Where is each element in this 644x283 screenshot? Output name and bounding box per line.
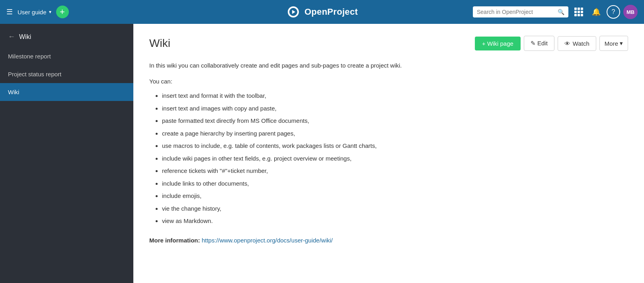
list-item: include emojis, (162, 190, 628, 202)
search-input[interactable] (477, 9, 554, 15)
navbar-right: 🔍 🔔 ? MB (473, 5, 638, 19)
help-button[interactable]: ? (607, 5, 620, 19)
navbar-left: ☰ User guide ▾ + (6, 6, 69, 18)
bell-icon: 🔔 (592, 8, 601, 16)
sidebar-item-wiki[interactable]: Wiki (0, 83, 133, 101)
more-info-label: More information: (149, 237, 200, 244)
list-item: create a page hierarchy by inserting par… (162, 127, 628, 140)
hamburger-icon[interactable]: ☰ (6, 8, 13, 16)
more-button[interactable]: More ▾ (599, 36, 628, 51)
list-item: reference tickets with "#"+ticket number… (162, 165, 628, 177)
list-item: view as Markdown. (162, 215, 628, 227)
add-button[interactable]: + (56, 6, 69, 18)
layout: ← Wiki Milestone report Project status r… (0, 24, 644, 283)
eye-icon: 👁 (564, 40, 570, 47)
main-content: Wiki + Wiki page ✎ Edit 👁 Watch More ▾ I… (133, 24, 644, 283)
search-box[interactable]: 🔍 (473, 6, 568, 17)
sidebar-header: ← Wiki (0, 29, 133, 47)
list-item: paste formatted text directly from MS Of… (162, 114, 628, 127)
wiki-you-can-label: You can: (149, 76, 628, 87)
more-info-link[interactable]: https://www.openproject.org/docs/user-gu… (202, 237, 333, 244)
more-chevron-icon: ▾ (620, 40, 623, 47)
grid-icon (574, 8, 583, 16)
list-item: include wiki pages in other text fields,… (162, 152, 628, 165)
wiki-title: Wiki (149, 37, 170, 50)
list-item: insert text and images with copy and pas… (162, 102, 628, 115)
edit-button[interactable]: ✎ Edit (524, 36, 554, 51)
navbar: ☰ User guide ▾ + OpenProject 🔍 🔔 ? (0, 0, 644, 24)
list-item: include links to other documents, (162, 177, 628, 190)
wiki-intro-text: In this wiki you can collaboratively cre… (149, 60, 628, 71)
chevron-down-icon: ▾ (49, 9, 51, 15)
openproject-logo-icon (286, 5, 301, 19)
wiki-actions: + Wiki page ✎ Edit 👁 Watch More ▾ (475, 36, 628, 51)
wiki-list: insert text and format it with the toolb… (149, 89, 628, 227)
sidebar-item-project-status-report[interactable]: Project status report (0, 65, 133, 83)
sidebar-title: Wiki (19, 33, 31, 41)
logo-text: OpenProject (304, 7, 358, 17)
more-info: More information: https://www.openprojec… (149, 235, 628, 246)
sidebar-item-milestone-report[interactable]: Milestone report (0, 47, 133, 65)
wiki-header: Wiki + Wiki page ✎ Edit 👁 Watch More ▾ (149, 36, 628, 51)
project-name-label: User guide (18, 9, 47, 16)
list-item: use macros to include, e.g. table of con… (162, 140, 628, 152)
grid-modules-button[interactable] (572, 5, 586, 19)
help-icon: ? (612, 8, 615, 16)
watch-button[interactable]: 👁 Watch (558, 36, 596, 51)
more-label: More (605, 40, 618, 47)
navbar-center: OpenProject (286, 5, 358, 19)
add-wiki-page-button[interactable]: + Wiki page (475, 37, 521, 50)
list-item: insert text and format it with the toolb… (162, 89, 628, 102)
sidebar: ← Wiki Milestone report Project status r… (0, 24, 133, 283)
notifications-button[interactable]: 🔔 (589, 5, 603, 19)
wiki-content: In this wiki you can collaboratively cre… (149, 60, 628, 245)
watch-label: Watch (573, 40, 589, 47)
avatar[interactable]: MB (623, 5, 638, 19)
search-icon: 🔍 (558, 9, 564, 15)
project-selector[interactable]: User guide ▾ (18, 9, 51, 16)
list-item: vie the change history, (162, 202, 628, 215)
back-arrow-icon[interactable]: ← (8, 33, 15, 41)
